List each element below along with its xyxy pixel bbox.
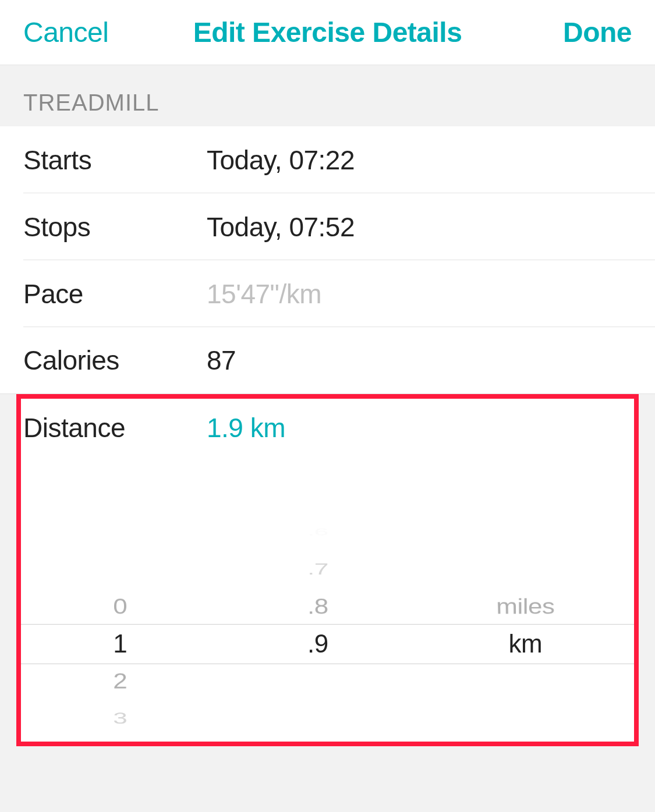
row-starts[interactable]: Starts Today, 07:22 <box>0 126 655 193</box>
nav-header: Cancel Edit Exercise Details Done <box>0 0 655 65</box>
row-stops[interactable]: Stops Today, 07:52 <box>0 193 655 260</box>
picker-item[interactable]: .9 <box>224 625 412 662</box>
calories-value: 87 <box>207 345 236 376</box>
starts-label: Starts <box>23 144 207 176</box>
picker-col-unit[interactable]: mileskm <box>412 461 639 746</box>
stops-label: Stops <box>23 211 207 243</box>
picker-col-decimal[interactable]: .6.7.8.9 <box>224 461 412 746</box>
section-header: TREADMILL <box>0 65 655 126</box>
picker-item[interactable]: 2 <box>16 666 225 697</box>
picker-item[interactable]: 3 <box>16 707 226 730</box>
fields-list: Starts Today, 07:22 Stops Today, 07:52 P… <box>0 126 655 394</box>
picker-item[interactable]: .8 <box>222 591 414 622</box>
done-button[interactable]: Done <box>539 16 632 48</box>
picker-item[interactable]: .7 <box>221 558 415 580</box>
distance-label: Distance <box>23 412 207 444</box>
picker-col-whole[interactable]: 01234 <box>16 461 224 746</box>
pace-value: 15'47"/km <box>207 278 321 310</box>
picker-item[interactable]: 1 <box>16 625 224 662</box>
distance-editor-highlight: Distance 1.9 km 01234 .6.7.8.9 mileskm <box>16 394 639 746</box>
row-distance[interactable]: Distance 1.9 km <box>16 394 639 461</box>
distance-value: 1.9 km <box>207 412 285 444</box>
picker-item[interactable]: miles <box>410 591 639 622</box>
row-pace[interactable]: Pace 15'47"/km <box>0 260 655 327</box>
stops-value: Today, 07:52 <box>207 211 355 243</box>
starts-value: Today, 07:22 <box>207 144 355 176</box>
distance-picker[interactable]: 01234 .6.7.8.9 mileskm <box>16 461 639 746</box>
cancel-button[interactable]: Cancel <box>23 16 116 48</box>
picker-item[interactable]: km <box>412 625 639 662</box>
row-calories[interactable]: Calories 87 <box>0 327 655 394</box>
pace-label: Pace <box>23 278 207 310</box>
page-title: Edit Exercise Details <box>116 16 539 48</box>
calories-label: Calories <box>23 345 207 376</box>
picker-item[interactable]: .6 <box>221 525 415 539</box>
picker-item[interactable]: 0 <box>16 591 225 622</box>
